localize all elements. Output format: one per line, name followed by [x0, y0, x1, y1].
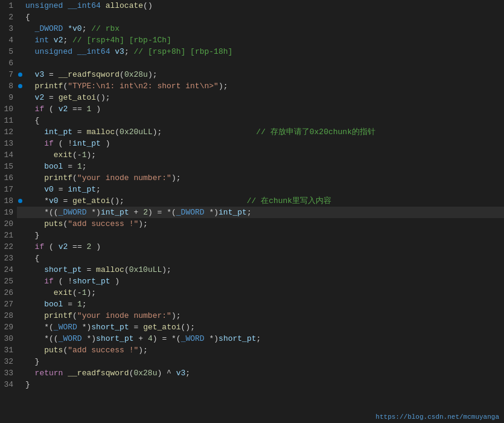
line-number: 19 [0, 207, 17, 218]
line-dot [17, 299, 23, 310]
line-content [23, 57, 504, 69]
line-content: return __readfsqword(0x28u) ^ v3; [23, 367, 504, 379]
line-content: bool = 1; [23, 161, 504, 172]
line-dot [17, 195, 23, 207]
line-number: 18 [0, 195, 17, 207]
breakpoint-dot[interactable] [18, 73, 22, 77]
editor-container: 1unsigned __int64 allocate()2{3 _DWORD *… [0, 0, 504, 423]
line-number: 17 [0, 184, 17, 195]
line-number: 27 [0, 299, 17, 310]
line-number: 11 [0, 115, 17, 126]
code-line: 13 if ( !int_pt ) [0, 138, 504, 149]
code-line: 33 return __readfsqword(0x28u) ^ v3; [0, 367, 504, 379]
line-dot [17, 356, 23, 367]
line-number: 15 [0, 161, 17, 172]
code-line: 27 bool = 1; [0, 299, 504, 310]
code-line: 16 printf("your inode number:"); [0, 172, 504, 184]
line-dot [17, 367, 23, 379]
line-dot [17, 321, 23, 333]
line-dot [17, 126, 23, 138]
line-number: 28 [0, 310, 17, 321]
line-dot [17, 333, 23, 344]
code-line: 20 puts("add success !"); [0, 218, 504, 230]
line-dot [17, 161, 23, 172]
line-dot [17, 11, 23, 23]
line-dot [17, 46, 23, 57]
line-dot [17, 184, 23, 195]
code-line: 5 unsigned __int64 v3; // [rsp+8h] [rbp-… [0, 46, 504, 57]
line-content: } [23, 230, 504, 241]
code-line: 6 [0, 57, 504, 69]
code-line: 12 int_pt = malloc(0x20uLL); // 存放申请了0x2… [0, 126, 504, 138]
code-line: 17 v0 = int_pt; [0, 184, 504, 195]
line-number: 7 [0, 69, 17, 80]
line-number: 30 [0, 333, 17, 344]
line-content: { [23, 253, 504, 264]
line-content: bool = 1; [23, 299, 504, 310]
line-number: 5 [0, 46, 17, 57]
line-dot [17, 0, 23, 11]
line-number: 14 [0, 149, 17, 161]
line-dot [17, 172, 23, 184]
line-content: int_pt = malloc(0x20uLL); // 存放申请了0x20ch… [23, 126, 504, 138]
code-line: 4 int v2; // [rsp+4h] [rbp-1Ch] [0, 34, 504, 46]
code-line: 18 *v0 = get_atoi(); // 在chunk里写入内容 [0, 195, 504, 207]
line-content: *(_WORD *)short_pt = get_atoi(); [23, 321, 504, 333]
footer-url: https://blog.csdn.net/mcmuyanga [375, 413, 499, 421]
line-content: { [23, 115, 504, 126]
line-number: 22 [0, 241, 17, 253]
line-content: short_pt = malloc(0x10uLL); [23, 264, 504, 276]
line-dot [17, 264, 23, 276]
line-content: printf("your inode number:"); [23, 172, 504, 184]
line-content: if ( v2 == 2 ) [23, 241, 504, 253]
line-number: 23 [0, 253, 17, 264]
line-dot [17, 34, 23, 46]
line-dot [17, 138, 23, 149]
code-line: 1unsigned __int64 allocate() [0, 0, 504, 11]
code-line: 32 } [0, 356, 504, 367]
code-line: 28 printf("your inode number:"); [0, 310, 504, 321]
line-dot [17, 230, 23, 241]
line-number: 21 [0, 230, 17, 241]
line-dot [17, 23, 23, 34]
line-content: exit(-1); [23, 287, 504, 299]
code-line: 11 { [0, 115, 504, 126]
code-line: 9 v2 = get_atoi(); [0, 92, 504, 103]
line-content: printf("your inode number:"); [23, 310, 504, 321]
line-number: 6 [0, 57, 17, 69]
line-number: 13 [0, 138, 17, 149]
code-line: 26 exit(-1); [0, 287, 504, 299]
line-content: v0 = int_pt; [23, 184, 504, 195]
line-dot [17, 218, 23, 230]
line-content: puts("add success !"); [23, 344, 504, 356]
code-line: 2{ [0, 11, 504, 23]
line-content: } [23, 379, 504, 390]
line-number: 31 [0, 344, 17, 356]
line-number: 33 [0, 367, 17, 379]
line-content: v2 = get_atoi(); [23, 92, 504, 103]
line-dot [17, 103, 23, 115]
line-dot [17, 80, 23, 92]
line-number: 2 [0, 11, 17, 23]
code-line: 22 if ( v2 == 2 ) [0, 241, 504, 253]
line-number: 10 [0, 103, 17, 115]
line-dot [17, 207, 23, 218]
code-line: 14 exit(-1); [0, 149, 504, 161]
breakpoint-dot[interactable] [18, 199, 22, 203]
code-area: 1unsigned __int64 allocate()2{3 _DWORD *… [0, 0, 504, 390]
line-dot [17, 310, 23, 321]
line-number: 8 [0, 80, 17, 92]
line-content: } [23, 356, 504, 367]
code-line: 34} [0, 379, 504, 390]
line-number: 34 [0, 379, 17, 390]
breakpoint-dot[interactable] [18, 84, 22, 88]
line-content: *((_DWORD *)int_pt + 2) = *(_DWORD *)int… [23, 207, 504, 218]
line-content: int v2; // [rsp+4h] [rbp-1Ch] [23, 34, 504, 46]
line-number: 3 [0, 23, 17, 34]
code-line: 30 *((_WORD *)short_pt + 4) = *(_WORD *)… [0, 333, 504, 344]
line-dot [17, 379, 23, 390]
code-line: 29 *(_WORD *)short_pt = get_atoi(); [0, 321, 504, 333]
line-content: printf("TYPE:\n1: int\n2: short int\n>")… [23, 80, 504, 92]
line-number: 12 [0, 126, 17, 138]
code-line: 15 bool = 1; [0, 161, 504, 172]
